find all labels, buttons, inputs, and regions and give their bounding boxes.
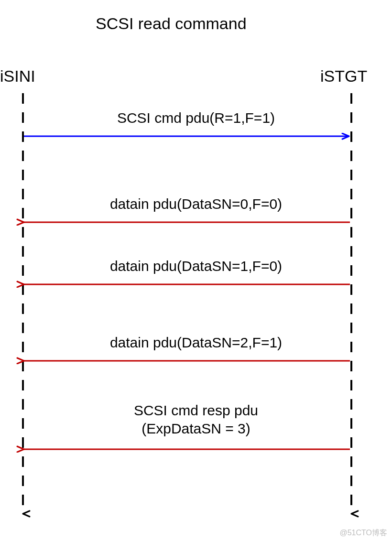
sequence-diagram: SCSI read command iSINI iSTGT SCSI cmd p… bbox=[0, 0, 392, 541]
watermark: @51CTO博客 bbox=[339, 528, 387, 538]
diagram-svg bbox=[0, 0, 392, 541]
